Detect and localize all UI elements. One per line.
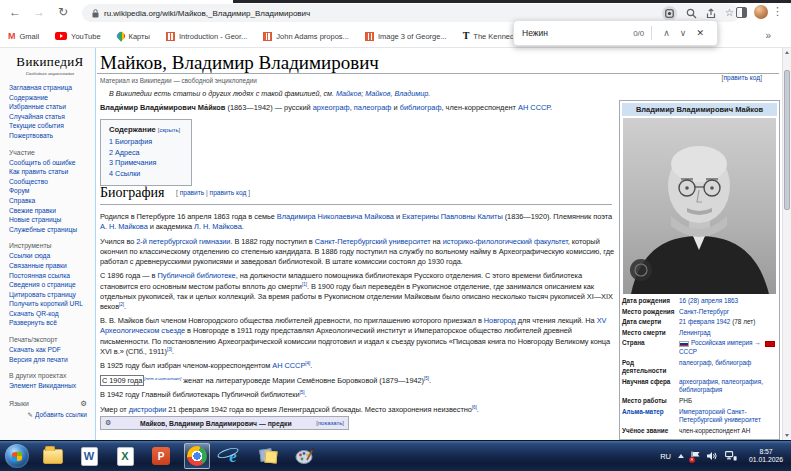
start-button[interactable]: [5, 444, 29, 468]
inline-link[interactable]: библиография: [679, 386, 722, 393]
sidebar-link[interactable]: Форум: [9, 186, 91, 196]
inline-link[interactable]: палеография: [722, 378, 762, 385]
inline-link[interactable]: Императорский Санкт-Петербургский универ…: [679, 408, 761, 424]
find-previous-icon[interactable]: ∧: [658, 28, 675, 38]
inline-link[interactable]: править: [180, 189, 205, 196]
inline-link[interactable]: Л. Н. Майкова: [194, 222, 242, 231]
inline-link[interactable]: править код: [723, 74, 760, 81]
inline-link[interactable]: Ленинград: [679, 329, 711, 336]
sidebar-link[interactable]: Связанные правки: [9, 261, 91, 271]
inline-link[interactable]: Санкт-Петербург: [679, 308, 729, 315]
portrait-photo[interactable]: [623, 118, 776, 294]
sidebar-link[interactable]: Пожертвовать: [9, 131, 91, 141]
bookmark-gmail[interactable]: M Gmail: [8, 32, 39, 41]
inline-link[interactable]: историко-филологический факультет: [443, 237, 568, 246]
sidebar-link[interactable]: Получить короткий URL: [9, 299, 91, 309]
gear-icon[interactable]: ⚙: [105, 419, 111, 427]
sidebar-link[interactable]: Сообщество: [9, 177, 91, 187]
infobox-label[interactable]: Альма-матер: [622, 408, 679, 425]
inline-link[interactable]: Майков: [336, 89, 361, 98]
inline-link[interactable]: Майков, Владимир: [365, 89, 428, 98]
find-input[interactable]: Нежин: [522, 28, 633, 38]
scroll-up-icon[interactable]: [783, 48, 791, 57]
inline-link[interactable]: АН СССР: [272, 361, 305, 370]
sidebar-link[interactable]: Сообщить об ошибке: [9, 158, 91, 168]
image-search-icon[interactable]: [662, 6, 677, 21]
sidebar-link[interactable]: Справка: [9, 196, 91, 206]
sidebar-link[interactable]: Заглавная страница: [9, 83, 91, 93]
sidebar-link[interactable]: Версия для печати: [9, 355, 91, 365]
sidebar-link[interactable]: Случайная статья: [9, 112, 91, 122]
inline-link[interactable]: Новгород: [484, 316, 516, 325]
sidebar-link[interactable]: Постоянная ссылка: [9, 271, 91, 281]
profile-avatar[interactable]: [754, 5, 768, 19]
scrollbar-thumb[interactable]: [784, 70, 790, 210]
taskbar-internet-explorer[interactable]: e: [220, 443, 246, 469]
toc-link[interactable]: 4 Ссылки: [109, 169, 180, 180]
inline-link[interactable]: палеограф: [354, 103, 392, 112]
toc-link[interactable]: 3 Примечания: [109, 158, 180, 169]
sidebar-link[interactable]: Скачать как PDF: [9, 345, 91, 355]
inline-link[interactable]: 2-й петербургской гимназии: [136, 237, 230, 246]
inline-link[interactable]: Российская империя: [691, 339, 753, 346]
bookmark-star-icon[interactable]: ☆: [725, 8, 734, 18]
menu-icon[interactable]: ⋮: [772, 5, 783, 18]
toc-hide-link[interactable]: [скрыть]: [158, 127, 181, 133]
bookmark-loc-3[interactable]: Image 3 of George...: [365, 32, 447, 41]
inline-link[interactable]: Екатерины Павловны Калиты: [402, 212, 503, 221]
gear-icon[interactable]: ⚙: [80, 399, 87, 408]
side-panel-icon[interactable]: [736, 7, 747, 18]
add-links-button[interactable]: ✎Добавить ссылки: [9, 411, 91, 419]
inline-link[interactable]: библиограф: [400, 103, 442, 112]
bookmark-loc-1[interactable]: Introduction - Geor...: [166, 32, 247, 41]
reload-icon[interactable]: ↻: [56, 5, 70, 19]
sidebar-link[interactable]: Содержание: [9, 93, 91, 103]
inline-link[interactable]: палеограф: [679, 359, 712, 366]
sidebar-link[interactable]: Скачать QR-код: [9, 309, 91, 319]
back-icon[interactable]: ←: [8, 5, 22, 19]
inline-link[interactable]: археография: [679, 378, 718, 385]
scrollbar[interactable]: [782, 48, 791, 440]
zoom-icon[interactable]: [686, 8, 697, 19]
sidebar-link[interactable]: Элемент Викиданных: [9, 381, 91, 391]
sidebar-link[interactable]: Как править статьи: [9, 167, 91, 177]
bookmarks-overflow-icon[interactable]: »: [765, 30, 771, 41]
sidebar-link[interactable]: Избранные статьи: [9, 102, 91, 112]
network-icon[interactable]: [725, 451, 737, 461]
inline-link[interactable]: АН СССР: [518, 103, 550, 112]
inline-link[interactable]: Публичной библиотеке: [157, 271, 235, 280]
taskbar-excel[interactable]: X: [112, 443, 138, 469]
taskbar-sticky-notes[interactable]: [256, 443, 282, 469]
sidebar-link[interactable]: Служебные страницы: [9, 225, 91, 235]
inline-link[interactable]: археограф: [313, 103, 350, 112]
edit-source-link[interactable]: [править код]: [722, 74, 762, 81]
toc-link[interactable]: 1 Биография: [109, 137, 180, 148]
inline-link[interactable]: Санкт-Петербургский университет: [315, 237, 431, 246]
inline-link[interactable]: библиограф: [715, 359, 751, 366]
wikipedia-wordmark[interactable]: ВикипедиЯ Свободная энциклопедия: [9, 54, 91, 76]
taskbar-chrome-active[interactable]: [184, 443, 210, 469]
inline-link[interactable]: СССР: [679, 348, 697, 355]
bookmark-maps[interactable]: Карты: [117, 32, 150, 41]
sidebar-link[interactable]: Новые страницы: [9, 215, 91, 225]
forward-icon[interactable]: →: [32, 5, 46, 19]
sidebar-link[interactable]: Цитировать страницу: [9, 290, 91, 300]
find-close-icon[interactable]: ✕: [691, 28, 709, 38]
sidebar-link[interactable]: Ссылки сюда: [9, 251, 91, 261]
sidebar-link[interactable]: Текущие события: [9, 121, 91, 131]
bookmark-loc-2[interactable]: John Adams propos...: [263, 32, 349, 41]
inline-link[interactable]: править код: [210, 189, 247, 196]
inline-link[interactable]: 21 февраля 1942: [679, 318, 730, 325]
taskbar-word[interactable]: W: [76, 443, 102, 469]
taskbar-powerpoint[interactable]: P: [148, 443, 174, 469]
hidden-icons-icon[interactable]: [678, 454, 684, 458]
inline-link[interactable]: дистрофии: [129, 405, 167, 414]
section-edit-links[interactable]: [ править | править код ]: [176, 189, 250, 196]
share-icon[interactable]: [706, 8, 716, 19]
volume-icon[interactable]: [707, 451, 718, 461]
navbox-show-link[interactable]: [показать]: [316, 420, 344, 426]
find-next-icon[interactable]: ∨: [675, 28, 692, 38]
sidebar-link[interactable]: Развернуть всё: [9, 318, 91, 328]
inline-link[interactable]: [нет в источнике]: [144, 375, 181, 380]
taskbar-explorer[interactable]: [40, 443, 66, 469]
